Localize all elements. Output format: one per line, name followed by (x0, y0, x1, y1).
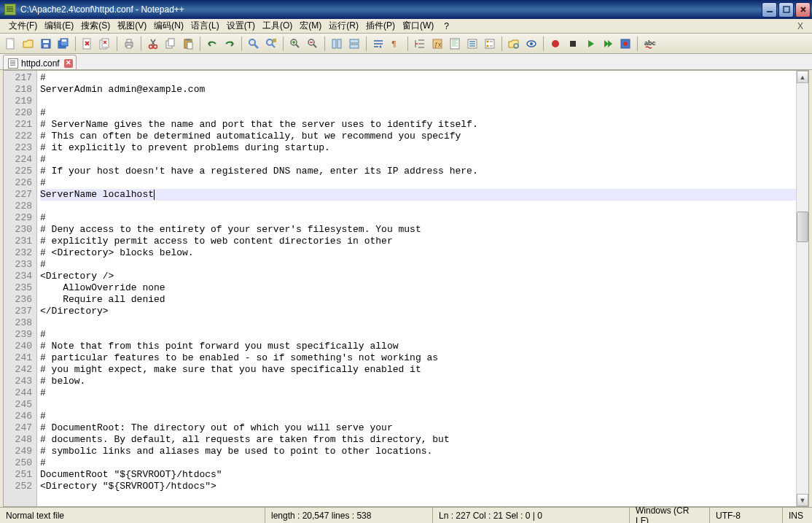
save-all-button[interactable] (55, 36, 71, 52)
redo-icon (224, 38, 235, 50)
close-all-button[interactable] (97, 36, 113, 52)
spell-check-button[interactable]: abc (641, 36, 657, 52)
code-line[interactable]: # (40, 457, 796, 469)
doc-list-button[interactable] (464, 36, 480, 52)
vertical-scrollbar[interactable]: ▲ ▼ (796, 71, 808, 506)
menu-tools[interactable]: 工具(O) (258, 18, 295, 34)
sync-v-button[interactable] (329, 36, 345, 52)
code-line[interactable]: ServerName localhost (40, 189, 796, 201)
menu-run[interactable]: 运行(R) (324, 18, 362, 34)
undo-button[interactable] (204, 36, 220, 52)
scroll-up-arrow[interactable]: ▲ (797, 71, 808, 83)
code-line[interactable]: # (40, 259, 796, 271)
record-macro-button[interactable] (547, 36, 563, 52)
code-line[interactable]: DocumentRoot "${SRVROOT}/htdocs" (40, 469, 796, 481)
line-number-gutter[interactable]: 2172182192202212222232242252262272282292… (4, 71, 37, 506)
code-line[interactable]: <Directory "${SRVROOT}/htdocs"> (40, 481, 796, 492)
word-wrap-button[interactable] (370, 36, 386, 52)
menu-plugins[interactable]: 插件(P) (362, 18, 398, 34)
file-tab[interactable]: httpd.conf ✕ (3, 55, 77, 69)
indent-guide-button[interactable] (412, 36, 428, 52)
copy-button[interactable] (163, 36, 179, 52)
code-line[interactable]: # (40, 154, 796, 166)
code-area[interactable]: #ServerAdmin admin@example.com## ServerN… (37, 71, 796, 506)
zoom-in-button[interactable] (287, 36, 303, 52)
code-line[interactable]: # (40, 177, 796, 189)
code-line[interactable]: # symbolic links and aliases may be used… (40, 446, 796, 457)
cut-button[interactable] (145, 36, 161, 52)
code-line[interactable]: # Note that from this point forward you … (40, 341, 796, 352)
code-line[interactable]: <Directory /> (40, 271, 796, 282)
play-multi-button[interactable] (600, 36, 616, 52)
code-line[interactable]: # (40, 411, 796, 422)
copy-icon (165, 38, 176, 50)
menu-close-x[interactable]: X (793, 20, 808, 33)
code-line[interactable] (40, 201, 796, 212)
code-line[interactable]: # DocumentRoot: The directory out of whi… (40, 422, 796, 434)
menu-file[interactable]: 文件(F) (4, 18, 40, 34)
paste-button[interactable] (180, 36, 196, 52)
monitor-button[interactable] (523, 36, 539, 52)
code-line[interactable]: # (40, 72, 796, 84)
code-line[interactable]: # (40, 107, 796, 119)
menu-search[interactable]: 搜索(S) (77, 18, 113, 34)
code-line[interactable]: </Directory> (40, 306, 796, 317)
maximize-button[interactable] (778, 2, 794, 18)
print-button[interactable] (121, 36, 137, 52)
code-line[interactable] (40, 317, 796, 329)
show-all-button[interactable]: ¶ (388, 36, 404, 52)
code-line[interactable]: # below. (40, 376, 796, 387)
code-line[interactable]: AllowOverride none (40, 282, 796, 294)
menu-help[interactable]: ? (440, 20, 452, 33)
save-macro-button[interactable] (617, 36, 633, 52)
zoom-out-button[interactable] (305, 36, 321, 52)
code-line[interactable]: # particular features to be enabled - so… (40, 352, 796, 364)
scroll-down-arrow[interactable]: ▼ (797, 494, 808, 506)
doc-map-button[interactable] (447, 36, 463, 52)
menu-encoding[interactable]: 编码(N) (149, 18, 187, 34)
redo-button[interactable] (222, 36, 238, 52)
code-line[interactable]: # you might expect, make sure that you h… (40, 364, 796, 376)
menu-edit[interactable]: 编辑(E) (40, 18, 77, 34)
code-line[interactable] (40, 96, 796, 107)
close-all-icon (99, 38, 111, 50)
menu-settings[interactable]: 设置(T) (222, 18, 258, 34)
new-file-button[interactable] (3, 36, 19, 52)
menu-language[interactable]: 语言(L) (187, 18, 222, 34)
minimize-button[interactable] (762, 2, 777, 18)
menu-macro[interactable]: 宏(M) (295, 18, 324, 34)
code-line[interactable]: ServerAdmin admin@example.com (40, 84, 796, 96)
play-macro-button[interactable] (582, 36, 598, 52)
close-button[interactable] (79, 36, 95, 52)
code-line[interactable]: # This can often be determined automatic… (40, 131, 796, 142)
stop-macro-button[interactable] (565, 36, 581, 52)
code-line[interactable]: # <Directory> blocks below. (40, 247, 796, 259)
code-line[interactable]: # documents. By default, all requests ar… (40, 434, 796, 446)
code-line[interactable] (40, 399, 796, 411)
code-line[interactable]: # Deny access to the entirety of your se… (40, 224, 796, 236)
tab-bar: httpd.conf ✕ (0, 54, 812, 70)
menu-window[interactable]: 窗口(W) (398, 18, 437, 34)
user-lang-button[interactable]: ƒx (429, 36, 445, 52)
scroll-thumb[interactable] (797, 212, 808, 242)
find-button[interactable] (246, 36, 262, 52)
func-list-button[interactable] (482, 36, 498, 52)
code-line[interactable]: # (40, 212, 796, 224)
open-file-button[interactable] (20, 36, 36, 52)
close-button[interactable] (795, 2, 811, 18)
code-line[interactable]: # (40, 329, 796, 341)
replace-button[interactable] (263, 36, 279, 52)
code-line[interactable]: Require all denied (40, 294, 796, 306)
save-button[interactable] (38, 36, 54, 52)
folder-workspace-button[interactable] (506, 36, 522, 52)
sync-h-icon (348, 38, 360, 50)
code-line[interactable]: # (40, 387, 796, 399)
tab-close-icon[interactable]: ✕ (64, 59, 73, 68)
scroll-track[interactable] (797, 83, 808, 494)
sync-h-button[interactable] (346, 36, 362, 52)
menu-view[interactable]: 视图(V) (113, 18, 149, 34)
code-line[interactable]: # explicitly permit access to web conten… (40, 236, 796, 247)
code-line[interactable]: # If your host doesn't have a registered… (40, 166, 796, 177)
code-line[interactable]: # ServerName gives the name and port tha… (40, 119, 796, 131)
code-line[interactable]: # it explicitly to prevent problems duri… (40, 142, 796, 154)
